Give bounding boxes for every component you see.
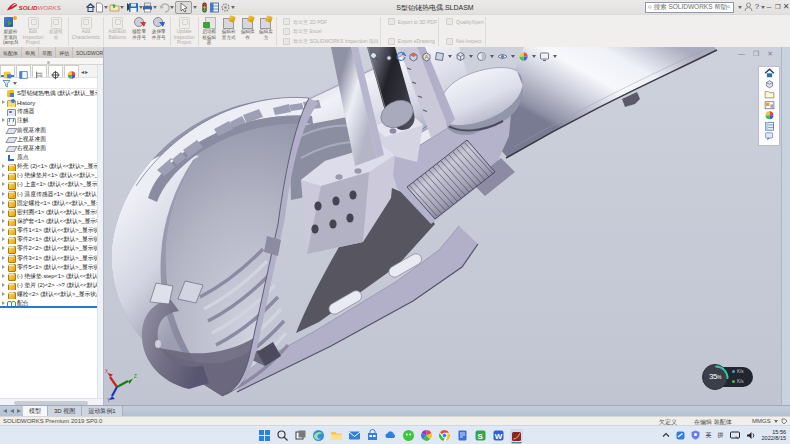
ribbon-button[interactable]: 新建模 板 <box>45 15 67 48</box>
rollback-bar[interactable] <box>0 306 97 308</box>
next-tab-icon[interactable] <box>16 409 21 414</box>
ribbon-export-item[interactable]: QualityXpert <box>440 17 484 26</box>
file-properties-icon[interactable] <box>209 2 220 13</box>
search-scope-icon[interactable]: ? <box>648 3 652 11</box>
volume-icon[interactable] <box>746 431 756 440</box>
ribbon-export-item[interactable]: 导出至 SOLIDWORKS Inspection 项目 <box>277 37 379 46</box>
configuration-tab[interactable] <box>32 65 47 77</box>
hide-show-caret[interactable] <box>511 55 515 58</box>
ribbon-button[interactable]: 选择零 件序号 <box>149 15 169 48</box>
prev-tab-icon[interactable] <box>9 409 14 414</box>
model-tab[interactable]: 模型 <box>23 406 48 416</box>
edge-icon[interactable] <box>312 429 325 442</box>
performance-overlay-widget[interactable]: K/s K/s 35% <box>702 364 754 390</box>
design-library-icon[interactable] <box>763 79 776 90</box>
close-button[interactable]: ✕ <box>781 2 790 12</box>
command-tab[interactable]: 草图 <box>39 47 56 58</box>
tree-item[interactable]: 上视基准面 <box>0 135 97 144</box>
tree-item[interactable]: 前视基准面 <box>0 126 97 135</box>
word-icon[interactable]: W <box>492 429 505 442</box>
onedrive-icon[interactable] <box>384 429 397 442</box>
command-tab[interactable]: 评估 <box>56 47 73 58</box>
display-icon[interactable] <box>730 431 740 440</box>
tree-item[interactable]: (-) 上盖<1> (默认<<默认>_显示状 <box>0 180 97 189</box>
doc-close-icon[interactable]: ✕ <box>767 50 773 58</box>
tree-item[interactable]: 外壳 (2)<1> (默认<<默认>_显示状 <box>0 162 97 171</box>
doc-minimize-icon[interactable]: — <box>738 50 745 58</box>
onedrive-tray-icon[interactable] <box>676 431 685 440</box>
chevron-up-icon[interactable] <box>662 432 670 438</box>
search-caret[interactable] <box>738 6 742 9</box>
tree-item[interactable]: 原点 <box>0 153 97 162</box>
task-view-icon[interactable] <box>294 429 307 442</box>
tree-item[interactable]: (-) 绝缘垫.step<1> (默认<<默认> <box>0 272 97 281</box>
tree-item[interactable]: 零件3<1> (默认<<默认>_显示状态 <box>0 254 97 263</box>
graphics-viewport[interactable]: A — ❐ ✕ X <box>103 47 790 405</box>
security-shield-icon[interactable] <box>691 430 700 440</box>
view-orientation-caret[interactable] <box>469 55 473 58</box>
ribbon-button[interactable]: 编辑卖 方 <box>257 15 275 48</box>
propertymanager-tab[interactable] <box>16 65 31 77</box>
tree-item[interactable]: History <box>0 98 97 107</box>
ime-mode[interactable]: 拼 <box>718 431 724 440</box>
chrome-icon[interactable] <box>438 429 451 442</box>
tree-item[interactable]: 零件1<1> (默认<<默认>_显示状态 <box>0 226 97 235</box>
notes-icon[interactable]: S <box>474 429 487 442</box>
print-caret[interactable] <box>153 6 157 9</box>
featuremanager-tab[interactable] <box>0 65 15 77</box>
tree-item[interactable]: 零件2<1> (默认<<默认>_显示状态 <box>0 235 97 244</box>
previous-view-icon[interactable] <box>395 51 406 62</box>
filter-caret[interactable] <box>13 82 17 85</box>
annotation-views-icon[interactable]: A <box>421 51 432 62</box>
units-caret[interactable] <box>774 420 778 423</box>
ime-language[interactable]: 英 <box>706 431 712 440</box>
ribbon-export-item[interactable]: Export eDrawing <box>382 37 437 46</box>
ribbon-button[interactable]: Add/Edit Balloons <box>105 15 130 48</box>
ribbon-export-item[interactable]: 导出至 Excel <box>277 27 379 36</box>
filter-funnel-icon[interactable] <box>2 79 11 88</box>
ribbon-button[interactable]: Edit Inspection Project <box>21 15 45 48</box>
display-style-caret[interactable] <box>490 55 494 58</box>
appearances-icon[interactable] <box>763 110 776 121</box>
dimxpert-tab[interactable] <box>48 65 63 77</box>
open-icon[interactable] <box>109 2 120 13</box>
ribbon-button[interactable]: 移除零 件序号 <box>130 15 149 48</box>
options-caret[interactable] <box>231 6 235 9</box>
ribbon-button[interactable]: Update Inspection Project <box>172 15 197 48</box>
search-input[interactable]: ? 搜索 SOLIDWORKS 帮助 <box>645 2 734 13</box>
zoom-fit-icon[interactable] <box>369 51 380 62</box>
displaymanager-tab[interactable] <box>64 65 79 77</box>
reader-icon[interactable] <box>456 429 469 442</box>
ribbon-export-item[interactable]: 导出至 2D PDF <box>277 17 379 26</box>
print-icon[interactable] <box>142 2 153 13</box>
tree-item[interactable]: (-) 温度传感器<1> (默认<<默认>_ <box>0 190 97 199</box>
save-icon[interactable] <box>128 2 139 13</box>
display-style-icon[interactable] <box>476 51 487 62</box>
view-palette-icon[interactable] <box>763 100 776 111</box>
section-view-icon[interactable] <box>408 51 419 62</box>
open-caret[interactable] <box>120 6 124 9</box>
panel-tabs-next-icon[interactable]: ▸ <box>85 68 88 75</box>
tree-item[interactable]: 传感器 <box>0 107 97 116</box>
custom-properties-icon[interactable] <box>763 121 776 132</box>
panel-tabs-prev-icon[interactable]: ◂ <box>81 68 84 75</box>
cad-model[interactable] <box>104 47 790 405</box>
tree-item[interactable]: S型铂铑热电偶 (默认<默认_显示状态-1 <box>0 89 97 98</box>
command-tab[interactable]: 装配体 <box>0 47 22 58</box>
edit-appearance-icon[interactable] <box>518 51 529 62</box>
ribbon-button[interactable]: 启动模 板编辑 器 <box>200 15 219 48</box>
model-tab[interactable]: 运动算例1 <box>82 406 122 416</box>
command-tab[interactable]: 布局 <box>22 47 39 58</box>
first-tab-icon[interactable] <box>2 409 7 414</box>
task-pane-strip[interactable] <box>781 47 790 405</box>
view-settings-icon[interactable] <box>539 51 550 62</box>
hide-show-items-icon[interactable] <box>497 51 508 62</box>
doc-restore-icon[interactable]: ❐ <box>753 50 759 58</box>
ribbon-button[interactable]: 新建检 查项目 (amp;N <box>0 15 21 48</box>
view-orientation-icon[interactable] <box>455 51 466 62</box>
tree-item[interactable]: (-) 垫片 (2)<2> ->? (默认<<默认> <box>0 281 97 290</box>
units-selector[interactable]: MMGS <box>752 418 771 424</box>
file-explorer-icon[interactable] <box>330 429 343 442</box>
model-tab[interactable]: 3D 视图 <box>48 406 82 416</box>
zoom-area-icon[interactable] <box>382 51 393 62</box>
